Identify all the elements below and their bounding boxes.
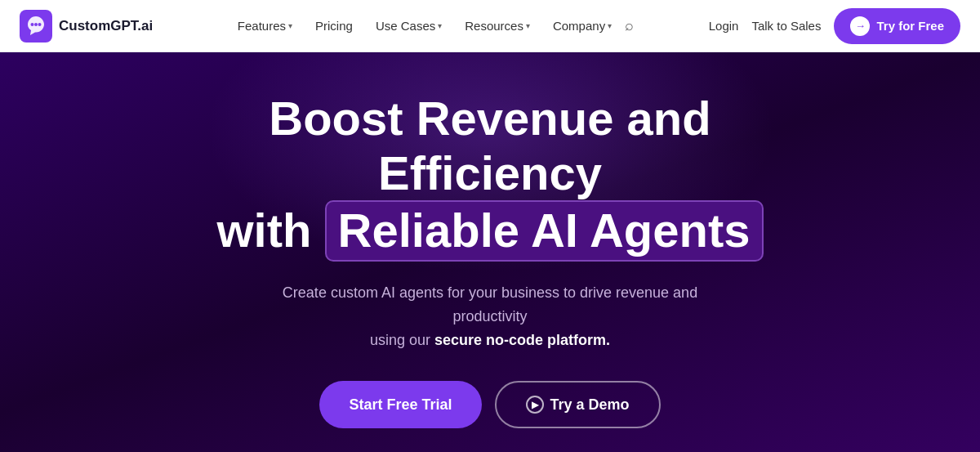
svg-point-3: [38, 23, 42, 26]
resources-chevron-icon: ▾: [526, 21, 530, 30]
hero-buttons: Start Free Trial ▶ Try a Demo: [319, 381, 660, 428]
nav-company[interactable]: Company ▾: [543, 12, 621, 39]
hero-highlight: Reliable AI Agents: [325, 200, 764, 262]
play-icon: ▶: [526, 396, 544, 414]
nav-use-cases[interactable]: Use Cases ▾: [366, 12, 452, 39]
svg-point-2: [34, 23, 38, 26]
nav-links: Features ▾ Pricing Use Cases ▾ Resources…: [228, 12, 634, 39]
start-free-trial-button[interactable]: Start Free Trial: [319, 381, 481, 428]
try-for-free-button[interactable]: → Try for Free: [834, 8, 960, 44]
nav-right: Login Talk to Sales → Try for Free: [709, 8, 960, 44]
logo-area[interactable]: CustomGPT.ai: [20, 10, 153, 43]
use-cases-chevron-icon: ▾: [438, 21, 442, 30]
nav-features[interactable]: Features ▾: [228, 12, 302, 39]
try-a-demo-button[interactable]: ▶ Try a Demo: [495, 381, 661, 428]
navbar: CustomGPT.ai Features ▾ Pricing Use Case…: [0, 0, 980, 52]
hero-section: Boost Revenue and Efficiency with Reliab…: [0, 52, 980, 452]
hero-subtitle: Create custom AI agents for your busines…: [245, 281, 735, 351]
hero-title: Boost Revenue and Efficiency with Reliab…: [163, 92, 817, 262]
nav-pricing[interactable]: Pricing: [305, 12, 363, 39]
svg-point-1: [31, 23, 34, 26]
nav-resources[interactable]: Resources ▾: [455, 12, 540, 39]
company-chevron-icon: ▾: [608, 21, 612, 30]
arrow-icon: →: [850, 16, 870, 36]
logo-text: CustomGPT.ai: [59, 18, 153, 34]
search-icon[interactable]: ⌕: [625, 17, 634, 34]
features-chevron-icon: ▾: [288, 21, 292, 30]
login-link[interactable]: Login: [709, 19, 739, 33]
logo-icon: [20, 10, 52, 43]
talk-to-sales-link[interactable]: Talk to Sales: [751, 19, 821, 33]
